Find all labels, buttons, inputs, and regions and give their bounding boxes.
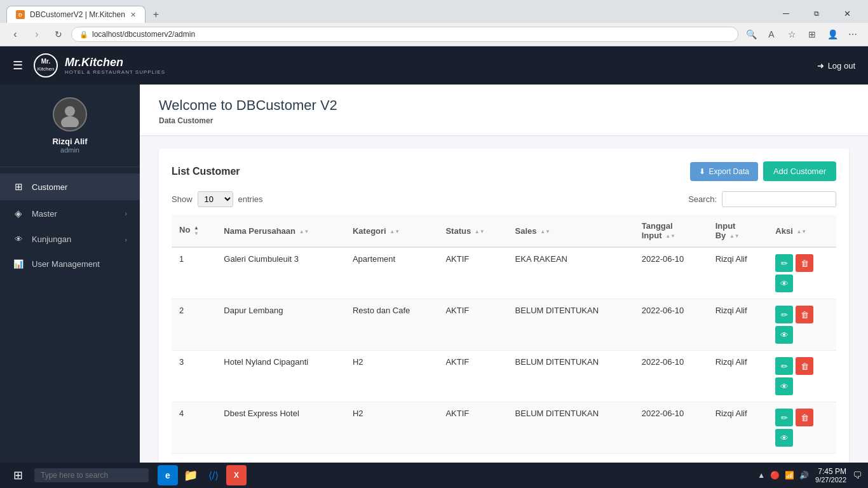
- start-button[interactable]: ⊞: [6, 464, 29, 484]
- battery-icon: 🔴: [770, 471, 780, 480]
- nav-menu: ⊞ Customer ◈ Master › 👁 Kunjungan › 📊 Us…: [0, 167, 140, 484]
- edit-button[interactable]: ✏: [775, 254, 793, 272]
- close-button[interactable]: ✕: [832, 4, 862, 23]
- edit-button[interactable]: ✏: [775, 357, 793, 375]
- cell-no: 4: [172, 402, 216, 454]
- edit-button[interactable]: ✏: [775, 306, 793, 323]
- tab-favicon: D: [16, 10, 25, 19]
- address-bar[interactable]: 🔒 localhost/dbcustomerv2/admin: [71, 27, 738, 42]
- edit-button[interactable]: ✏: [775, 409, 793, 426]
- customer-icon: ⊞: [13, 181, 24, 193]
- sidebar-item-label: Customer: [32, 182, 127, 192]
- forward-button[interactable]: ›: [28, 25, 46, 43]
- delete-button[interactable]: 🗑: [796, 357, 813, 375]
- delete-button[interactable]: 🗑: [796, 306, 813, 323]
- favorites-icon[interactable]: ☆: [783, 25, 801, 43]
- taskbar: ⊞ e 📁 ⟨/⟩ X ▲ 🔴 📶 🔊 7:45 PM 9/27/202: [0, 463, 868, 484]
- col-sales[interactable]: Sales ▲▼: [508, 215, 634, 247]
- new-tab-button[interactable]: +: [148, 6, 164, 23]
- svg-text:Kitchen: Kitchen: [37, 66, 55, 72]
- sort-icon: ▲▼: [475, 229, 485, 234]
- master-icon: ◈: [13, 208, 24, 219]
- network-icon: 📶: [785, 471, 794, 480]
- taskbar-app-explorer[interactable]: 📁: [180, 465, 201, 484]
- svg-point-4: [61, 116, 79, 127]
- col-no[interactable]: No ▲▼: [172, 215, 216, 247]
- taskbar-app-edge[interactable]: e: [158, 465, 178, 484]
- cell-aksi: ✏ 🗑 👁: [768, 299, 836, 351]
- customer-table: No ▲▼ Nama Perusahaan ▲▼ Kategori ▲▼: [172, 215, 836, 454]
- cell-kategori: Apartement: [345, 247, 438, 299]
- col-status[interactable]: Status ▲▼: [438, 215, 507, 247]
- tab-title: DBCustomerV2 | Mr.Kitchen: [30, 10, 125, 19]
- svg-point-3: [65, 106, 75, 116]
- logo: Mr. Kitchen Mr.Kitchen HOTEL & RESTAURAN…: [33, 53, 165, 78]
- search-label: Search:: [688, 194, 717, 204]
- col-kategori[interactable]: Kategori ▲▼: [345, 215, 438, 247]
- read-aloud-icon[interactable]: A: [763, 25, 780, 43]
- avatar-icon: [57, 102, 83, 127]
- avatar: [53, 97, 87, 132]
- cell-kategori: H2: [345, 402, 438, 454]
- sidebar-item-customer[interactable]: ⊞ Customer: [0, 173, 140, 200]
- view-button[interactable]: 👁: [775, 326, 793, 344]
- cell-sales: BELUM DITENTUKAN: [508, 351, 634, 402]
- sidebar-item-user-management[interactable]: 📊 User Management: [0, 252, 140, 276]
- content-area: Welcome to DBCustomer V2 Data Customer L…: [140, 85, 868, 484]
- logo-icon: Mr. Kitchen: [33, 53, 58, 78]
- sidebar-item-kunjungan[interactable]: 👁 Kunjungan ›: [0, 227, 140, 252]
- show-label: Show: [172, 194, 193, 204]
- hamburger-menu[interactable]: ☰: [13, 58, 23, 72]
- minimize-button[interactable]: ─: [771, 4, 801, 23]
- view-button[interactable]: 👁: [775, 274, 793, 292]
- page-title: Welcome to DBCustomer V2: [159, 97, 849, 114]
- collections-icon[interactable]: ⊞: [803, 25, 821, 43]
- close-icon[interactable]: ✕: [130, 11, 136, 19]
- profile-icon[interactable]: 👤: [824, 25, 841, 43]
- search-input[interactable]: [722, 191, 836, 207]
- logout-button[interactable]: ➜ Log out: [817, 61, 855, 71]
- volume-icon: 🔊: [799, 471, 809, 480]
- sidebar-item-label: User Management: [32, 259, 127, 269]
- restore-button[interactable]: ⧉: [802, 4, 831, 23]
- list-title: List Customer: [172, 166, 240, 177]
- cell-sales: BELUM DITENTUKAN: [508, 402, 634, 454]
- col-aksi[interactable]: Aksi ▲▼: [768, 215, 836, 247]
- reload-button[interactable]: ↻: [50, 25, 67, 43]
- logo-sub: HOTEL & RESTAURANT SUPPLIES: [65, 69, 165, 75]
- delete-button[interactable]: 🗑: [796, 254, 813, 272]
- col-tanggal-input[interactable]: TanggalInput ▲▼: [634, 215, 708, 247]
- export-data-button[interactable]: ⬇ Export Data: [690, 162, 758, 181]
- sort-icon: ▲▼: [299, 229, 309, 234]
- taskbar-app-xampp[interactable]: X: [226, 465, 247, 484]
- col-nama-perusahaan[interactable]: Nama Perusahaan ▲▼: [216, 215, 345, 247]
- date: 9/27/2022: [815, 476, 846, 484]
- sidebar-item-master[interactable]: ◈ Master ›: [0, 200, 140, 227]
- search-browser-icon[interactable]: 🔍: [742, 25, 760, 43]
- menu-icon[interactable]: ⋯: [844, 25, 862, 43]
- user-profile: Rizqi Alif admin: [0, 85, 140, 167]
- cell-input-by: Rizqi Alif: [708, 247, 768, 299]
- taskbar-app-vscode[interactable]: ⟨/⟩: [203, 465, 224, 484]
- sidebar-item-label: Master: [32, 209, 117, 219]
- view-button[interactable]: 👁: [775, 377, 793, 395]
- browser-tab[interactable]: D DBCustomerV2 | Mr.Kitchen ✕: [6, 6, 146, 23]
- cell-sales: EKA RAKEAN: [508, 247, 634, 299]
- cell-status: AKTIF: [438, 247, 507, 299]
- sort-icon: ▲▼: [194, 225, 199, 236]
- chevron-right-icon: ›: [125, 210, 127, 217]
- cell-kategori: H2: [345, 351, 438, 402]
- chevron-right-icon: ›: [125, 236, 127, 243]
- table-row: 1 Galeri Ciumbuleuit 3 Apartement AKTIF …: [172, 247, 836, 299]
- delete-button[interactable]: 🗑: [796, 409, 813, 426]
- sort-icon: ▲▼: [729, 233, 740, 239]
- col-input-by[interactable]: InputBy ▲▼: [708, 215, 768, 247]
- cell-no: 2: [172, 299, 216, 351]
- show-entries-select[interactable]: 10 25 50 100: [198, 191, 233, 207]
- view-button[interactable]: 👁: [775, 429, 793, 447]
- clock: 7:45 PM 9/27/2022: [815, 467, 846, 484]
- notification-button[interactable]: 🗨: [853, 470, 862, 480]
- back-button[interactable]: ‹: [6, 25, 24, 43]
- taskbar-search-input[interactable]: [34, 468, 149, 482]
- add-customer-button[interactable]: Add Customer: [763, 161, 836, 181]
